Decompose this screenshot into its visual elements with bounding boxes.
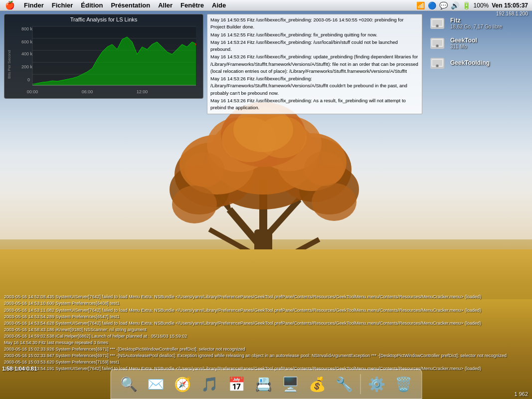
dock-icon-finder[interactable]: 🔍	[117, 372, 141, 396]
dock-icon-trash[interactable]: 🗑️	[391, 372, 415, 396]
finder-item[interactable]: GeekTool311 Mo	[428, 34, 528, 52]
dock-icon-itunes[interactable]: 🎵	[197, 372, 221, 396]
finder-menu[interactable]: Finder	[20, 0, 48, 11]
menubar: 🍎 Finder Fichier Édition Présentation Al…	[0, 0, 532, 11]
presentation-menu[interactable]: Présentation	[107, 0, 154, 11]
apple-icon: 🍎	[5, 0, 15, 10]
dock-icon-ical[interactable]: 📅	[224, 372, 248, 396]
aller-menu[interactable]: Aller	[154, 0, 177, 11]
finder-label: GeekTool311 Mo	[450, 37, 477, 49]
finder-item[interactable]: Fitz18,62 Go, 7,17 Go libre	[428, 14, 528, 32]
svg-point-25	[172, 186, 217, 223]
svg-point-27	[184, 152, 224, 187]
menubar-right: 📶 🔵 💬 🔊 🔋 100% Ven 15:05:37	[416, 1, 532, 9]
finder-label: GeekToolding	[450, 59, 490, 66]
dock-icon-addressbook[interactable]: 📇	[251, 372, 275, 396]
dock-icon-safari[interactable]: 🧭	[171, 372, 194, 396]
apple-menu-button[interactable]: 🍎	[0, 0, 20, 10]
dock-icon-terminal[interactable]: 🖥️	[278, 372, 302, 396]
log-entry: May 16 14:53:26 Fitz /usr/libexec/fix_pr…	[210, 53, 419, 75]
traffic-chart: 800 k 600 k 400 k 200 k 0 Bits Per Secon…	[6, 24, 196, 94]
log-entry: May 16 14:50:55 Fitz /usr/libexec/fix_pr…	[210, 16, 419, 31]
fenetre-menu[interactable]: Fenêtre	[177, 0, 208, 11]
finder-disk-icon	[428, 14, 446, 32]
bottom-log: 2003-05-16 14:52:08.435 SystemUIServer[7…	[0, 292, 532, 374]
svg-text:800 k: 800 k	[21, 26, 33, 31]
svg-point-60	[437, 45, 438, 47]
version-text: 1.58 1.04 0.81	[2, 366, 37, 372]
bluetooth-icon[interactable]: 🔵	[428, 1, 436, 9]
bottom-log-entry: 2003-05-16 15:03:53.620 System Preferenc…	[4, 359, 528, 366]
wifi-icon[interactable]: 📶	[416, 1, 425, 9]
finder-icons: Fitz18,62 Go, 7,17 Go libre GeekTool311 …	[428, 14, 528, 72]
bottom-log-entry: 2003-05-16 14:53:11.082 SystemUIServer[7…	[4, 307, 528, 314]
bottom-log-entry: 2003-05-16 14:53:54.289 System Preferenc…	[4, 314, 528, 320]
log-entry: May 16 14:53:24 Fitz /usr/libexec/fix_pr…	[210, 39, 419, 53]
finder-item-name: GeekTool	[450, 37, 477, 44]
fichier-menu[interactable]: Fichier	[48, 0, 77, 11]
finder-item-size: 18,62 Go, 7,17 Go libre	[450, 24, 502, 29]
battery-icon[interactable]: 🔋	[462, 1, 471, 9]
traffic-widget: Traffic Analysis for LS Links 800 k 600 …	[4, 14, 203, 99]
svg-point-65	[437, 65, 438, 67]
dock-icon-mail[interactable]: ✉️	[144, 372, 168, 396]
finder-item-name: Fitz	[450, 17, 502, 24]
svg-text:600 k: 600 k	[21, 39, 33, 44]
log-entry: May 16 14:52:55 Fitz /usr/libexec/fix_pr…	[210, 31, 419, 38]
bottom-log-entry: May 16 14:54:30 Fitz last message repeat…	[4, 340, 528, 346]
bottom-log-entry: 2003-05-16 14:58:43.186 iKnewIt[9180] NS…	[4, 327, 528, 333]
traffic-title: Traffic Analysis for LS Links	[6, 16, 201, 22]
svg-point-55	[437, 25, 438, 27]
dock-icon-xcode[interactable]: 🔧	[332, 372, 356, 396]
svg-point-26	[312, 183, 356, 221]
log-panel: May 16 14:50:55 Fitz /usr/libexec/fix_pr…	[207, 14, 422, 114]
dock: 🔍✉️🧭🎵📅📇🖥️💰🔧⚙️🗑️	[110, 369, 422, 399]
svg-text:400 k: 400 k	[21, 51, 33, 56]
bottom-log-entry: 2003-05-16 15:02:33.926 System Preferenc…	[4, 346, 528, 353]
finder-disk-icon	[428, 34, 446, 52]
bottom-log-entry: 2003-05-16 14:52:08.435 SystemUIServer[7…	[4, 294, 528, 300]
bottom-log-entry: 2003-05-16 14:53:10.600 System Preferenc…	[4, 300, 528, 307]
svg-point-28	[304, 151, 344, 186]
dock-separator	[360, 374, 360, 394]
svg-text:06:00: 06:00	[82, 89, 93, 94]
svg-text:Bits Per Second: Bits Per Second	[7, 50, 11, 78]
finder-item-name: GeekToolding	[450, 59, 490, 66]
svg-text:200 k: 200 k	[21, 64, 33, 69]
log-entry: May 16 14:53:26 Fitz /usr/libexec/fix_pr…	[210, 97, 419, 112]
edition-menu[interactable]: Édition	[77, 0, 107, 11]
bottom-log-entry: 2003-05-16 14:53:54.628 SystemUIServer[7…	[4, 320, 528, 327]
speech-icon[interactable]: 💬	[439, 1, 448, 9]
log-entry: May 16 14:53:26 Fitz /usr/libexec/fix_pr…	[210, 75, 419, 97]
svg-text:0: 0	[27, 77, 30, 82]
finder-item-size: 311 Mo	[450, 44, 477, 49]
dock-count: 1 962	[514, 391, 528, 397]
finder-item[interactable]: GeekToolding	[428, 54, 528, 72]
dock-icon-systemprefs[interactable]: ⚙️	[364, 372, 388, 396]
volume-icon[interactable]: 🔊	[451, 1, 459, 9]
aide-menu[interactable]: Aide	[208, 0, 230, 11]
svg-text:00:00: 00:00	[27, 89, 38, 94]
bottom-log-entry: 2003-05-16 14:59:02.538 iCal Helper[6862…	[4, 333, 528, 340]
battery-percentage: 100%	[474, 2, 489, 9]
bottom-log-entry: 2003-05-16 15:02:33.947 System Preferenc…	[4, 353, 528, 359]
clock: Ven 15:05:37	[492, 2, 528, 9]
finder-label: Fitz18,62 Go, 7,17 Go libre	[450, 17, 502, 29]
finder-disk-icon	[428, 54, 446, 72]
dock-icon-budget[interactable]: 💰	[305, 372, 329, 396]
svg-text:12:00: 12:00	[137, 89, 148, 94]
